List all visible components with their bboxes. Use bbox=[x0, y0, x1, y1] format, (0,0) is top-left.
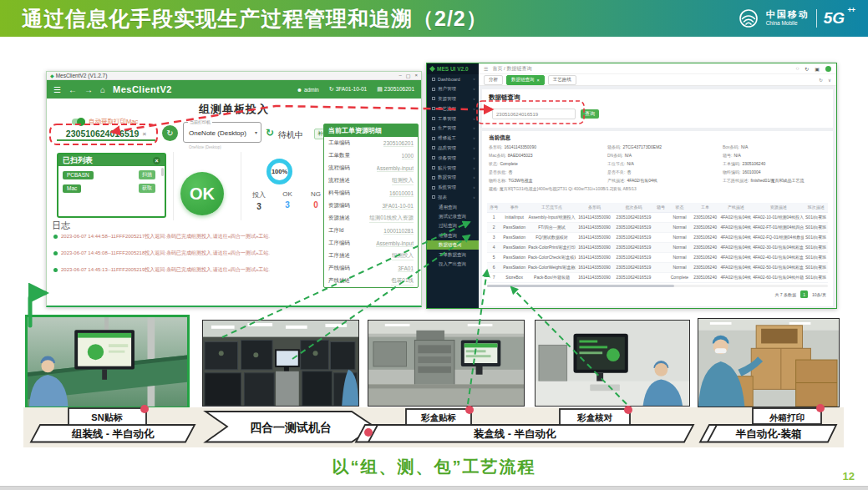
session-resource[interactable]: ↻3FA01-10-01 bbox=[329, 86, 367, 93]
band-carton-packing bbox=[700, 425, 836, 442]
query-button[interactable]: 查询 bbox=[581, 109, 599, 119]
current-info-title: 当前信息 bbox=[489, 134, 510, 142]
tab-analysis[interactable]: 分析 bbox=[484, 75, 503, 85]
sidebar-item-smt[interactable]: 贴片管理∨ bbox=[427, 163, 479, 173]
sidebar-item-resources[interactable]: 资源管理∨ bbox=[427, 94, 479, 104]
tab-datachain-query[interactable]: 数据链查询× bbox=[506, 75, 545, 85]
photo-sn-labeling bbox=[25, 315, 190, 409]
sidebar-item-production[interactable]: 生产管理∨ bbox=[427, 124, 479, 134]
page-button[interactable]: 1 bbox=[800, 290, 808, 298]
table-row[interactable]: 5PassStationPack-ColorCheck/彩盒核对16141143… bbox=[487, 252, 828, 262]
table-row[interactable]: 6PassStationPack-ColorWeight/彩盒称重1614114… bbox=[487, 262, 828, 272]
table-row[interactable]: 4PassStationPack-ColorPrint/彩盒打印16141143… bbox=[487, 242, 828, 252]
slide-caption: 以“组、测、包”工艺流程 bbox=[0, 456, 868, 478]
sidebar-item-reports[interactable]: 报表∨ bbox=[427, 193, 479, 203]
content-area: 数据链查询 查询 当前信息 条形码:16141143350090 Mac条码:8… bbox=[479, 86, 836, 308]
sidebar-item-equipment[interactable]: 设备管理∨ bbox=[427, 153, 479, 163]
auto-mac-toggle[interactable]: 自动获取打印Mac bbox=[72, 118, 138, 126]
menu-icon bbox=[432, 127, 435, 130]
brand-area: 中国移动 China Mobile 5G++ bbox=[738, 0, 853, 37]
standby-refresh-icon: ↻ bbox=[266, 127, 274, 139]
session-order[interactable]: ▤2305106201 bbox=[377, 86, 414, 93]
china-mobile-logo-icon bbox=[738, 8, 759, 29]
photo-box-labeling bbox=[368, 320, 525, 407]
printer-select[interactable]: 当前打印机 OneNote (Desktop) ▾ bbox=[183, 122, 261, 143]
order-detail-panel: 当前工单资源明细 工单编码2305106201 工单数量1000 流程编码Ass… bbox=[323, 124, 419, 288]
tag-carton-print bbox=[753, 408, 821, 424]
submenu-io-query[interactable]: 投入产出查询 bbox=[427, 260, 479, 269]
query-page-title: 数据链查询 bbox=[489, 93, 520, 102]
refresh-button[interactable]: ↻ bbox=[162, 125, 178, 141]
menu-icon[interactable]: ☰ bbox=[53, 85, 61, 94]
submenu-order-data-query[interactable]: 工单数据查询 bbox=[427, 250, 479, 259]
table-row[interactable]: 2PassStationFT/四合一测试16141143350090230510… bbox=[487, 222, 828, 232]
forward-icon[interactable]: → bbox=[84, 85, 93, 94]
close-button[interactable]: × bbox=[414, 73, 418, 78]
scan-action-button[interactable]: 获取 bbox=[139, 184, 155, 193]
maximize-button[interactable]: ▢ bbox=[406, 73, 411, 78]
table-row[interactable]: 3PassStationFQ/测试数据核对1614114335009023051… bbox=[487, 232, 828, 242]
band-boxing-line bbox=[356, 425, 693, 442]
sidebar-item-users[interactable]: 用户管理∨ bbox=[427, 84, 479, 94]
5g-logo: 5G++ bbox=[824, 9, 853, 28]
page-size-select[interactable]: 10条/页 bbox=[812, 292, 826, 297]
sidebar-item-dashboard[interactable]: Dashboard∨ bbox=[427, 74, 479, 84]
menu-icon bbox=[432, 137, 435, 140]
close-icon[interactable]: × bbox=[153, 157, 160, 164]
topbar: ☰ 首页 / 数据链查询 ◌ ↻ ▣ bbox=[479, 63, 836, 74]
clear-icon[interactable]: × bbox=[142, 130, 146, 138]
chevron-down-icon[interactable]: ▾ bbox=[255, 129, 257, 135]
submenu-repair-query[interactable]: 维修查询 bbox=[427, 231, 479, 240]
tag-carton-print-text: 外箱打印 bbox=[769, 412, 805, 422]
toggle-pill[interactable] bbox=[72, 119, 85, 125]
table-row[interactable]: 1InitialInputAssembly-Input/组测投入16141143… bbox=[487, 212, 828, 222]
chevron-down-icon[interactable]: ∨ bbox=[828, 78, 831, 83]
band-four-in-one-text: 四合一测试机台 bbox=[250, 421, 332, 434]
sidebar-item-data[interactable]: 数据管理∨ bbox=[427, 173, 479, 183]
session-user[interactable]: ☻admin bbox=[297, 87, 319, 93]
band-assembly-line bbox=[31, 425, 195, 442]
back-icon[interactable]: ← bbox=[69, 85, 77, 94]
scan-row: Mac 获取 bbox=[63, 184, 160, 193]
minimize-button[interactable]: – bbox=[398, 73, 401, 78]
sidebar-item-repair[interactable]: 维修返工∨ bbox=[427, 134, 479, 144]
search-icon[interactable]: ◌ bbox=[796, 66, 799, 71]
refresh-icon[interactable]: ↻ bbox=[805, 66, 809, 72]
fullscreen-icon[interactable]: ▣ bbox=[815, 66, 820, 72]
slide-title: 通过信息化手段实现生产过程管理和追溯（2/2） bbox=[0, 5, 488, 33]
submenu-general-query[interactable]: 通用查询 bbox=[427, 202, 479, 211]
refresh-icon: ↻ bbox=[329, 86, 334, 92]
submenu-test-records[interactable]: 测试记录查询 bbox=[427, 212, 479, 221]
mes-web-main: ☰ 首页 / 数据链查询 ◌ ↻ ▣ 分析 数据链查询× 工艺路线 ↻∨ 数据链… bbox=[479, 63, 836, 308]
avatar[interactable] bbox=[825, 66, 831, 72]
book-icon: ▤ bbox=[377, 86, 383, 92]
horizontal-scrollbar[interactable] bbox=[487, 285, 828, 287]
mes-web-logo: MES UI V2.0 bbox=[427, 63, 479, 74]
scan-action-button[interactable]: 扫描 bbox=[139, 170, 155, 179]
barcode-input[interactable]: 230510624016519 × bbox=[57, 128, 155, 141]
standby-status: 待机中 bbox=[278, 129, 303, 141]
sidebar-item-workorders[interactable]: 工单管理∨ bbox=[427, 114, 479, 124]
mesclient-titlebar: ◆ MesClientV2 (V1.2.7) – ▢ × bbox=[47, 72, 421, 80]
close-icon[interactable]: × bbox=[537, 78, 540, 83]
sidebar-item-process[interactable]: 工艺流程∨ bbox=[427, 104, 479, 114]
scan-chip: PCBASN bbox=[63, 171, 94, 179]
result-card: 当前信息 条形码:16141143350090 Mac条码:8AED045023… bbox=[482, 131, 833, 306]
slide-bottom-strip bbox=[0, 486, 868, 490]
process-flow-band: SN贴标 彩盒贴标 彩盒核对 外箱打印 组装线 - 半自动化 四合一测试机台 装… bbox=[0, 401, 868, 459]
scrollbar[interactable] bbox=[161, 168, 164, 176]
sidebar-item-quality[interactable]: 品质管理∨ bbox=[427, 144, 479, 154]
collapse-icon[interactable]: ☰ bbox=[484, 66, 488, 72]
table-row[interactable]: 7StoreBoxPack-Box/外箱装箱161411433500902305… bbox=[487, 272, 828, 282]
submenu-datachain-query[interactable]: 数据链查询 bbox=[427, 240, 479, 250]
menu-icon bbox=[432, 97, 435, 100]
sidebar-item-system[interactable]: 系统管理∨ bbox=[427, 183, 479, 193]
refresh-icon[interactable]: ↻ bbox=[819, 78, 823, 83]
home-icon[interactable]: ⌂ bbox=[100, 85, 105, 94]
tag-colorbox-check bbox=[560, 409, 630, 425]
query-input[interactable] bbox=[492, 109, 576, 119]
submenu-station-query[interactable]: 过站查询 bbox=[427, 221, 479, 230]
mesclient-toolbar: ☰ ← → ⌂ MesClientV2 ☻admin ↻3FA01-10-01 … bbox=[47, 80, 421, 99]
tab-process-route[interactable]: 工艺路线 bbox=[548, 75, 576, 85]
menu-icon bbox=[432, 88, 435, 91]
